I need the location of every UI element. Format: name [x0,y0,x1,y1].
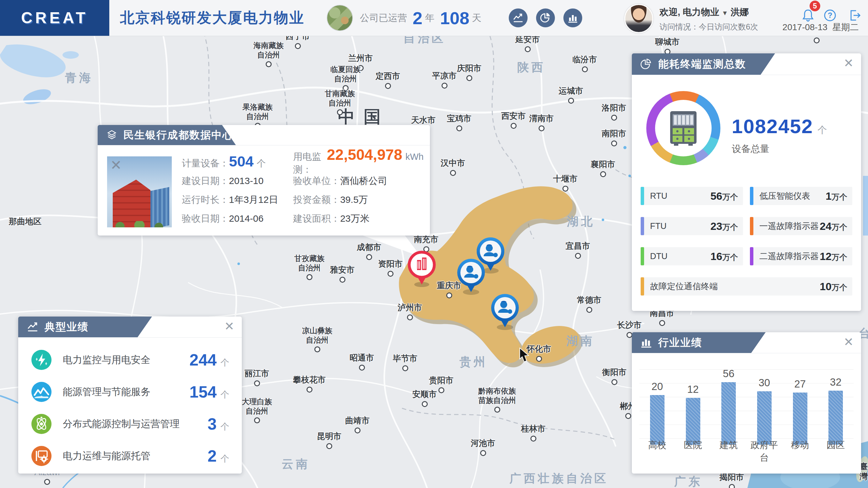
ops-gear-icon [31,445,52,467]
worker-pin[interactable] [457,259,485,295]
category-label: 医院 [675,439,711,464]
operating-days: 108 [440,8,469,28]
field-accept-org: 验收单位酒仙桥公司 [293,175,424,187]
field-build-area: 建设面积23万米 [293,212,424,225]
logout-icon[interactable] [847,8,862,23]
user-avatar[interactable] [624,4,653,33]
operating-duration: 公司已运营 2 年 108 天 [327,0,482,36]
bar-chart-icon [640,336,653,349]
site-fields: 计量设备504个 用电监测22,504,978kWh 建设日期2013-10 验… [182,151,424,231]
popup-title: 民生银行成都数据中心 [123,128,233,142]
atom-icon [31,413,52,435]
legend-color-bar [641,217,644,235]
typical-performance-panel: 典型业绩 电力监控与用电安全 244个 能源管理与节能服务 154个 [18,316,242,474]
performance-row: 分布式能源控制与运营管理 3个 [31,409,229,438]
svg-text:?: ? [828,11,833,20]
bar-slot: 20 [640,380,675,445]
chart-categories: 高校医院建筑政府平台移动园区 [640,439,854,464]
popup-tail [361,235,421,257]
energy-wave-icon [31,381,52,403]
legend-row: RTU56万个 [641,187,743,205]
help-icon[interactable]: ? [823,8,837,23]
welcome-text: 欢迎, 电力物业 [659,6,719,19]
legend-color-bar [641,277,644,296]
field-power-monitor: 用电监测22,504,978kWh [293,146,424,176]
panel-header: 行业业绩 [632,332,766,353]
bar-slot: 56 [711,368,746,445]
device-total-number: 1082452 [732,115,813,138]
layers-icon [106,129,118,141]
pie-chart-icon [640,58,653,70]
bar-slot: 12 [675,384,711,445]
device-cabinet-icon [664,109,702,148]
device-donut-chart [646,91,720,165]
industry-performance-panel: 行业业绩 201256302732 高校医院建筑政府平台移动园区 [632,332,861,474]
operating-days-unit: 天 [472,11,482,25]
site-photo [107,156,172,227]
performance-row: 电力监控与用电安全 244个 [31,345,229,374]
operating-label: 公司已运营 [360,11,407,25]
bar-chart-icon[interactable] [563,8,582,27]
popup-header: 民生银行成都数据中心 [98,125,236,145]
operating-years-unit: 年 [425,11,434,25]
legend-color-bar [641,247,644,265]
legend-row: 一遥故障指示器24万个 [750,217,852,235]
company-thumbnail[interactable] [327,5,353,31]
panel-title: 典型业绩 [44,320,89,334]
bar-slot: 27 [782,378,818,445]
panel-title: 能耗终端监测总数 [658,57,746,71]
logo-text: CREAT [21,9,88,27]
panel-title: 行业业绩 [658,336,702,350]
field-run-time: 运行时长1年3月12日 [182,193,293,206]
category-label: 建筑 [711,439,746,464]
mouse-cursor [519,347,533,363]
field-meter-count: 计量设备504个 [182,153,293,170]
bar [829,391,843,445]
notification-badge: 5 [810,1,820,11]
device-total-unit: 个 [817,124,827,136]
chart-bars: 201256302732 [640,361,854,445]
category-label: 高校 [640,439,675,464]
close-icon[interactable] [843,336,854,348]
performance-row: 能源管理与节能服务 154个 [31,377,229,406]
device-total: 1082452 个 设备总量 [732,115,827,155]
pie-chart-icon[interactable] [536,8,555,27]
site-pin-selected[interactable] [409,252,434,287]
bar-slot: 30 [746,377,782,445]
panel-header: 典型业绩 [18,316,152,337]
current-date: 2017-08-13 星期二 [776,21,866,33]
field-investment: 投资金额39.5万 [293,193,424,206]
close-icon[interactable] [843,57,854,69]
category-label: 移动 [782,439,818,464]
bar [793,393,807,445]
panel-header: 能耗终端监测总数 [632,53,775,75]
close-icon[interactable] [110,157,122,173]
logo[interactable]: CREAT [0,0,109,36]
site-info-popup: 民生银行成都数据中心 计量设备504个 用电监测22,504,978kWh 建设… [98,125,430,236]
legend-row: FTU23万个 [641,217,743,235]
legend-color-bar [641,187,644,205]
close-icon[interactable] [224,320,234,332]
field-build-date: 建设日期2013-10 [182,175,293,187]
legend-row: 低压智能仪表1万个 [750,187,852,205]
legend-color-bar [750,247,753,265]
legend-row: 二遥故障指示器12万个 [750,247,852,265]
user-info: 欢迎, 电力物业 洪娜 访问情况：今日访问次数6次 [659,4,758,33]
operating-years: 2 [413,8,423,28]
lightning-icon [31,349,52,371]
bar [686,398,700,445]
energy-terminal-panel: 能耗终端监测总数 1082452 个 设备总量 RTU56万个低压智能仪表1万个… [632,53,861,311]
category-label: 政府平台 [746,439,782,464]
worker-pin[interactable] [491,294,519,330]
legend-color-bar [750,187,753,205]
performance-rows: 电力监控与用电安全 244个 能源管理与节能服务 154个 分布式能源控制与运营… [31,345,229,474]
trend-chart-icon[interactable] [509,8,528,27]
chevron-down-icon[interactable] [723,7,727,18]
page-title: 北京科锐研发大厦电力物业 [120,0,305,36]
field-accept-date: 验收日期2014-06 [182,212,293,225]
visit-stats: 访问情况：今日访问次数6次 [659,22,758,32]
top-header: CREAT 北京科锐研发大厦电力物业 公司已运营 2 年 108 天 [0,0,868,36]
legend-row: 故障定位通信终端10万个 [641,277,852,296]
device-total-label: 设备总量 [732,143,827,155]
legend-row: DTU16万个 [641,247,743,265]
